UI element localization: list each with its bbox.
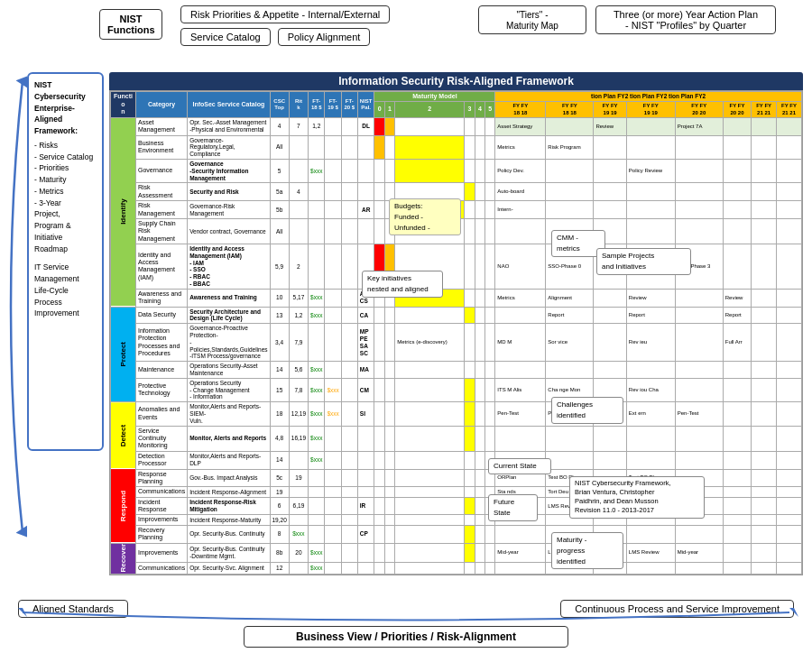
top-labels-area: NIST Functions Risk Priorities & Appetit… [0,0,812,72]
service-catalog-label: Service Catalog [190,32,261,42]
th-fy20b: FY FY20 20 [723,102,751,117]
th-catalog: InfoSec Service Catalog [188,92,270,118]
cat-datasec-catalog: Security Architecture andDesign (Life Cy… [188,307,270,324]
proj-asset-strat: Asset Strategy [495,117,546,135]
callout-nist-credit: NIST Cybersecurity Framework, Brian Vent… [569,476,705,519]
func-respond: Respond [111,469,136,543]
cat-governance-catalog: Governance-Security InformationManagemen… [188,159,270,182]
policy-alignment-label: Policy Alignment [288,32,361,42]
callout-budgets: Budgets: Funded - Unfunded - [389,198,461,235]
cat-business-catalog: Governance-Regulatory,Legal,Compliance [188,135,270,159]
cat-rec-improve-catalog: Opr. Security-Bus. Continuity-Downtime M… [188,543,270,562]
cat-risk-mgmt: Risk Management [136,201,188,219]
cat-infoprot-catalog: Governance-ProactiveProtection--Policies… [188,324,270,362]
cat-awareness: Awareness and Training [136,289,188,307]
framework-title: Information Security Risk-Aligned Framew… [109,72,803,90]
main-container: NIST Functions Risk Priorities & Appetit… [0,0,812,653]
func-recover: Recover [111,543,136,575]
callout-current-state: Current State [488,458,551,474]
cat-improvements: Improvements [136,515,188,525]
table-row: Governance Governance-Security Informati… [111,159,802,182]
table-row: Identify Asset Management Opr. Sec.-Asse… [111,117,802,135]
table-row: Detect Anomalies and Events Monitor,Aler… [111,402,802,426]
th-m1: 1 [384,102,394,117]
th-fy18: FT-18 $ [309,92,325,118]
cat-resp-comms-catalog: Incident Response-Alignment [188,487,270,497]
nist-functions-label: NIST Functions [107,14,155,35]
th-category: Category [136,92,188,118]
th-m5: 5 [485,102,495,117]
risk-priorities-label: Risk Priorities & Appetite - Internal/Ex… [190,9,380,20]
th-rit: Ritk [289,92,308,118]
cat-protech: Protective Technology [136,378,188,401]
table-row: Maintenance Operations Security-AssetMai… [111,362,802,379]
th-m4: 4 [475,102,484,117]
main-content: NIST Cybersecurity Enterprise-Aligned Fr… [0,72,812,575]
sidebar-metrics: - Metrics [34,186,97,198]
cat-risk-mgmt-catalog: Governance-Risk Management [188,201,270,219]
cat-rec-comms: Communications [136,563,188,575]
cat-awareness-catalog: Awareness and Training [188,289,270,307]
func-identify: Identify [111,117,136,307]
cat-svc-cont-catalog: Monitor, Alerts and Reports [188,426,270,451]
nist-functions-box: NIST Functions [99,9,162,40]
table-row: Information Protection Processes and Pro… [111,324,802,362]
table-row: Awareness and Training Awareness and Tra… [111,289,802,307]
th-csc: CSCTop [270,92,289,118]
action-plan-box: Three (or more) Year Action Plan - NIST … [595,5,776,34]
framework-area: Information Security Risk-Aligned Framew… [109,72,803,575]
callout-future-state: Future State [488,494,538,521]
cat-supply-catalog: Vendor contract, Governance [188,218,270,244]
policy-alignment-box: Policy Alignment [278,28,371,46]
cat-det-proc: Detection Processor [136,451,188,469]
cat-maintenance-catalog: Operations Security-AssetMaintenance [188,362,270,379]
table-row: Protect Data Security Security Architect… [111,307,802,324]
callout-challenges: Challenges identified [551,397,623,424]
cat-asset: Asset Management [136,117,188,135]
th-fy19: FT-19 $ [325,92,341,118]
sidebar-3year: - 3-YearProject,Program &InitiativeRoadm… [34,198,97,255]
risk-7: 7 [289,117,308,135]
th-maturity: Maturity Model [374,92,495,102]
cat-iam: Identity and Access Management (IAM) [136,244,188,290]
business-view-container: Business View / Priorities / Risk-Alignm… [226,624,586,649]
cat-anomaly-catalog: Monitor,Alerts and Reports-SIEM-Vuln. [188,402,270,426]
cat-risk-assess: Risk Assessment [136,183,188,201]
sidebar-content-box: NIST Cybersecurity Enterprise-Aligned Fr… [27,72,104,451]
cat-rec-improve: Improvements [136,543,188,562]
th-fy20a: FY FY20 20 [675,102,723,117]
header-row-1: Function Category InfoSec Service Catalo… [111,92,802,102]
sidebar-service-catalog: - Service Catalog [34,152,97,163]
svg-marker-1 [789,608,798,617]
th-m2: 2 [395,102,465,117]
cat-rec-plan: Recovery Planning [136,525,188,543]
th-action-plan: tion Plan FY2 tion Plan FY2 tion Plan FY… [495,92,802,102]
cat-maintenance: Maintenance [136,362,188,379]
func-detect: Detect [111,402,136,469]
cat-incident-catalog: Incident Response-RiskMitigation [188,497,270,515]
table-row: Identity and Access Management (IAM) Ide… [111,244,802,290]
sidebar-itsm: IT ServiceManagementLife-CycleProcessImp… [34,262,97,319]
sidebar-risks: - Risks [34,140,97,152]
cat-risk-assess-catalog: Security and Risk [188,183,270,201]
cat-rec-comms-catalog: Opr. Security-Svc. Alignment [188,563,270,575]
table-row: Detection Processor Monitor,Alerts and R… [111,451,802,469]
cat-incident: Incident Response [136,497,188,515]
cat-improvements-catalog: Incident Response-Maturity [188,515,270,525]
cat-governance: Governance [136,159,188,182]
left-sidebar-area: NIST Cybersecurity Enterprise-Aligned Fr… [9,72,104,575]
tiers-label: "Tiers" - Maturity Map [506,10,558,31]
cat-anomaly: Anomalies and Events [136,402,188,426]
th-nist: NISTPal. [357,92,374,118]
th-m3: 3 [465,102,475,117]
business-view-label: Business View / Priorities / Risk-Alignm… [244,626,568,648]
left-arrow-svg [9,72,27,541]
cat-infoprot: Information Protection Processes and Pro… [136,324,188,362]
cat-resp-plan: Response Planning [136,469,188,487]
top-labels-middle: Risk Priorities & Appetite - Internal/Ex… [180,5,390,46]
th-m0: 0 [374,102,384,117]
th-fy18a: FY FY18 18 [495,102,546,117]
callout-key-initiatives: Key initiatives nested and aligned [362,271,443,298]
callout-maturity-progress: Maturity - progress identified [551,532,623,569]
th-fy19b: FY FY19 19 [626,102,675,117]
